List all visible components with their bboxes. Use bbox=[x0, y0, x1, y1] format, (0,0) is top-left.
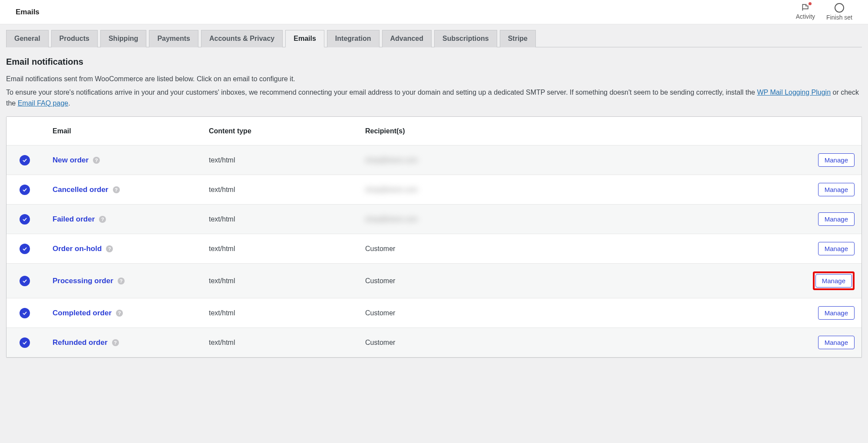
content-type-cell: text/html bbox=[209, 309, 365, 317]
highlight-annotation: Manage bbox=[813, 271, 855, 290]
table-row: Refunded order?text/htmlCustomerManage bbox=[7, 328, 861, 357]
table-row: Order on-hold?text/htmlCustomerManage bbox=[7, 234, 861, 264]
tab-products[interactable]: Products bbox=[51, 30, 98, 47]
desc-part-a: To ensure your store's notifications arr… bbox=[6, 89, 757, 96]
col-header-email: Email bbox=[53, 127, 209, 135]
desc-part-c: . bbox=[68, 99, 70, 107]
email-name-link[interactable]: Refunded order? bbox=[53, 338, 119, 347]
content-type-cell: text/html bbox=[209, 215, 365, 223]
manage-button[interactable]: Manage bbox=[818, 306, 855, 320]
top-bar: Emails Activity Finish set bbox=[0, 0, 868, 24]
manage-button[interactable]: Manage bbox=[818, 183, 855, 196]
status-enabled-icon bbox=[20, 308, 30, 318]
wp-mail-logging-link[interactable]: WP Mail Logging Plugin bbox=[757, 89, 831, 96]
help-icon[interactable]: ? bbox=[118, 278, 125, 284]
status-enabled-icon bbox=[20, 185, 30, 195]
col-header-recipients: Recipient(s) bbox=[365, 127, 802, 135]
status-enabled-icon bbox=[20, 276, 30, 286]
recipient-cell: Customer bbox=[365, 277, 802, 285]
email-table: Email Content type Recipient(s) New orde… bbox=[6, 116, 862, 358]
tab-subscriptions[interactable]: Subscriptions bbox=[434, 30, 497, 47]
recipient-cell: Customer bbox=[365, 309, 802, 317]
email-name-link[interactable]: Failed order? bbox=[53, 215, 106, 224]
help-icon[interactable]: ? bbox=[116, 310, 123, 317]
table-row: Completed order?text/htmlCustomerManage bbox=[7, 298, 861, 328]
col-header-content: Content type bbox=[209, 127, 365, 135]
recipient-cell: shop@store.com bbox=[365, 186, 802, 194]
settings-tabs: GeneralProductsShippingPaymentsAccounts … bbox=[6, 30, 862, 47]
page-body: GeneralProductsShippingPaymentsAccounts … bbox=[0, 24, 868, 443]
help-icon[interactable]: ? bbox=[113, 186, 120, 193]
finish-setup-button[interactable]: Finish set bbox=[826, 3, 852, 21]
tab-advanced[interactable]: Advanced bbox=[382, 30, 432, 47]
status-enabled-icon bbox=[20, 155, 30, 165]
email-name-link[interactable]: Order on-hold? bbox=[53, 245, 113, 253]
table-row: Processing order?text/htmlCustomerManage bbox=[7, 264, 861, 298]
email-faq-link[interactable]: Email FAQ page bbox=[18, 99, 69, 107]
tab-emails[interactable]: Emails bbox=[285, 30, 324, 47]
email-name-link[interactable]: Processing order? bbox=[53, 277, 125, 285]
flag-icon bbox=[801, 3, 810, 12]
activity-button[interactable]: Activity bbox=[796, 3, 815, 20]
content-type-cell: text/html bbox=[209, 277, 365, 285]
help-icon[interactable]: ? bbox=[99, 216, 106, 223]
content-type-cell: text/html bbox=[209, 186, 365, 194]
table-row: Cancelled order?text/htmlshop@store.comM… bbox=[7, 175, 861, 205]
status-enabled-icon bbox=[20, 337, 30, 348]
manage-button[interactable]: Manage bbox=[818, 212, 855, 226]
status-enabled-icon bbox=[20, 214, 30, 225]
recipient-cell: shop@store.com bbox=[365, 156, 802, 164]
tab-stripe[interactable]: Stripe bbox=[500, 30, 536, 47]
manage-button[interactable]: Manage bbox=[818, 242, 855, 255]
tab-payments[interactable]: Payments bbox=[149, 30, 198, 47]
recipient-cell: shop@store.com bbox=[365, 215, 802, 223]
email-name-link[interactable]: Completed order? bbox=[53, 309, 123, 317]
manage-button[interactable]: Manage bbox=[818, 153, 855, 167]
circle-icon bbox=[835, 3, 844, 13]
section-description-1: Email notifications sent from WooCommerc… bbox=[6, 74, 862, 85]
table-header-row: Email Content type Recipient(s) bbox=[7, 117, 861, 145]
manage-button[interactable]: Manage bbox=[815, 274, 852, 288]
tab-general[interactable]: General bbox=[6, 30, 49, 47]
tab-shipping[interactable]: Shipping bbox=[100, 30, 146, 47]
help-icon[interactable]: ? bbox=[112, 339, 119, 346]
manage-button[interactable]: Manage bbox=[818, 336, 855, 349]
status-enabled-icon bbox=[20, 244, 30, 254]
recipient-cell: Customer bbox=[365, 245, 802, 253]
tab-integration[interactable]: Integration bbox=[327, 30, 380, 47]
top-bar-actions: Activity Finish set bbox=[796, 3, 852, 21]
help-icon[interactable]: ? bbox=[106, 245, 113, 252]
content-type-cell: text/html bbox=[209, 156, 365, 164]
section-description-2: To ensure your store's notifications arr… bbox=[6, 87, 862, 109]
content-type-cell: text/html bbox=[209, 339, 365, 347]
content-type-cell: text/html bbox=[209, 245, 365, 253]
recipient-cell: Customer bbox=[365, 339, 802, 347]
tab-accounts-privacy[interactable]: Accounts & Privacy bbox=[201, 30, 283, 47]
email-name-link[interactable]: Cancelled order? bbox=[53, 185, 120, 194]
help-icon[interactable]: ? bbox=[93, 157, 100, 164]
activity-label: Activity bbox=[796, 13, 815, 20]
section-heading: Email notifications bbox=[6, 57, 862, 67]
table-row: New order?text/htmlshop@store.comManage bbox=[7, 145, 861, 175]
page-title: Emails bbox=[16, 8, 40, 17]
table-row: Failed order?text/htmlshop@store.comMana… bbox=[7, 205, 861, 234]
finish-setup-label: Finish set bbox=[826, 14, 852, 21]
email-name-link[interactable]: New order? bbox=[53, 156, 100, 165]
